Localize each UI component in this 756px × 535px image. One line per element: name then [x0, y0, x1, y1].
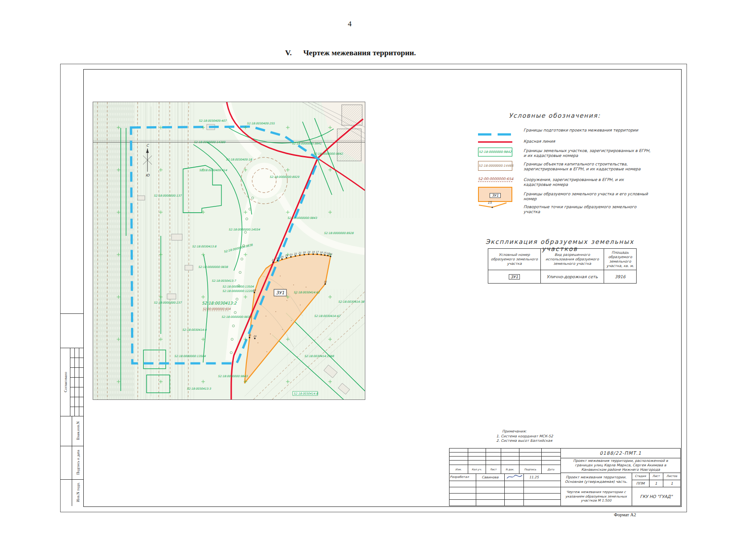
grid-line	[70, 377, 83, 378]
vertex-number: 18	[312, 251, 315, 253]
vertex-point	[286, 257, 287, 259]
notes-block: Примечания: 1. Система координат МСК-52 …	[496, 429, 594, 444]
header-conditional-number: Условный номер образуемого земельного уч…	[488, 249, 541, 270]
cadastral-label: 52:18:0030413:3	[187, 387, 211, 390]
cadastral-label: 52:18:0000000:9843	[287, 216, 317, 219]
grid-line	[476, 473, 476, 506]
stamp-sheets-value: 1	[663, 480, 681, 487]
zu1-sample: ЗУ1	[490, 193, 501, 198]
cadastral-label: 52:18:0000000:9839	[221, 315, 251, 318]
stamp-sheet-label: Лист	[649, 473, 663, 480]
legend-symbol-turning-points: 15	[478, 200, 512, 212]
stamp-developer-role: Разработал	[450, 473, 476, 481]
site-plan-map: С Ю 52:18:0030409:40752:18:0030409:25552…	[93, 102, 365, 400]
stamp-sheets-label: Листов	[663, 473, 681, 480]
vertex-number: 33	[329, 253, 332, 255]
grid-cross	[286, 126, 290, 129]
cadastral-label: 52:18:0030409:18	[226, 158, 252, 161]
vertex-number: 29	[253, 335, 257, 337]
legend-symbol-boundary	[478, 129, 512, 137]
cadastral-label: 52:18:0000000:9842	[313, 152, 343, 155]
grid-line	[449, 493, 560, 494]
vertex-number: 22	[294, 252, 297, 255]
cadastral-label: 52:18:0000000:9843	[218, 374, 248, 378]
survey-dot	[291, 320, 292, 321]
vertex-point	[254, 292, 255, 293]
texture-rail-strip2	[93, 102, 134, 399]
legend-symbol-structures: 52:00:0000000:654	[478, 177, 512, 182]
grid-line	[632, 473, 632, 506]
strip-label-podpis-data: Подпись и дата	[76, 450, 80, 474]
grid-cross	[286, 168, 290, 172]
survey-dot	[270, 333, 271, 334]
grid-cross	[244, 295, 247, 299]
survey-dot	[266, 351, 267, 352]
legend-symbol-capital-construction: 52:18:0000000:14466	[478, 161, 512, 171]
grid-line	[70, 407, 83, 407]
compass-south-label: Ю	[146, 173, 150, 177]
cadastral-label: 52:18:0000000:9838	[198, 265, 228, 268]
legend-label-redline: Красная линия	[523, 139, 653, 144]
vertex-point	[327, 255, 329, 256]
vertex-point	[321, 254, 322, 255]
strip-label-soglasovano: Согласовано	[63, 372, 68, 392]
stamp-col-data: Дата	[541, 465, 560, 473]
grid-line	[504, 473, 505, 506]
survey-dot	[257, 342, 258, 343]
cadastral-label: 52:18:0030414:4	[182, 328, 207, 331]
page-number: 4	[343, 20, 356, 29]
format-label: Формат А2	[614, 512, 636, 517]
stamp-sheet-value: 1	[649, 480, 663, 487]
grid-line	[70, 358, 83, 358]
stamp-col-list: Лист	[486, 465, 501, 473]
survey-dot	[275, 311, 276, 312]
stamp-date: 11.25	[524, 473, 544, 481]
vertex-number: 23	[290, 253, 293, 256]
grid-line	[60, 313, 83, 314]
survey-dot	[293, 284, 294, 285]
turning-point-number: 15	[487, 201, 492, 205]
signature	[506, 473, 523, 480]
grid-line	[560, 458, 681, 458]
cadastral-label: 52:18:0030413:8	[192, 245, 217, 248]
vertex-point	[317, 254, 318, 255]
cell-permitted-use: Улично-дорожная сеть	[541, 270, 604, 284]
vertex-number: 24	[285, 254, 288, 257]
grid-line	[449, 481, 560, 481]
cadastral-label: 52:18:0030414:38	[338, 300, 364, 303]
stamp-stage-label: Стадия	[632, 473, 649, 480]
vertex-point	[277, 260, 278, 261]
note-item: 1. Система координат МСК-52	[496, 434, 594, 439]
section-title-text: Чертеж межевания территории.	[303, 48, 416, 57]
legend-label-formed-parcel: Границы образуемого земельного участка и…	[523, 192, 653, 202]
survey-dot	[282, 329, 283, 330]
stamp-col-koluch: Кол.уч.	[468, 465, 486, 473]
grid-line	[60, 348, 83, 348]
cadastral-label: 52:18:0030414:42	[314, 314, 340, 317]
grid-line	[449, 456, 560, 457]
grid-cross	[201, 337, 205, 341]
legend-symbol-redline	[478, 140, 512, 143]
vertex-point	[290, 256, 292, 258]
cadastral-label: 52:18:0000000:8928	[324, 231, 354, 235]
vertex-number: 17	[316, 251, 319, 253]
notes-title: Примечания:	[496, 429, 594, 434]
stamp-developer-name: Савинова	[476, 473, 504, 481]
cadastral-label: 52:00:0000000:654	[203, 307, 231, 310]
legend-label-structures: Сооружения, зарегистрированные в ЕГРН, и…	[523, 177, 653, 187]
grid-line	[523, 473, 524, 506]
explication-table: Условный номер образуемого земельного уч…	[488, 248, 637, 284]
grid-line	[449, 487, 560, 487]
cadastral-label: 52:18:0000000:14554	[229, 228, 260, 231]
grid-line	[632, 480, 681, 480]
cell-area: 3916	[604, 270, 637, 284]
stamp-org: ГКУ НО "ГУАД"	[632, 487, 681, 506]
vertex-point	[299, 255, 301, 256]
vertex-number: 21	[298, 251, 301, 254]
cadastral-label: 52:18:0030409:414	[199, 169, 227, 172]
legend-title: Условные обозначения:	[501, 112, 608, 119]
grid-line	[560, 448, 561, 506]
vertex-point	[282, 259, 283, 260]
cadastral-label: 52:18:0000000:14389	[194, 140, 225, 144]
cadastral-label: 52:18:0030414:62	[294, 291, 320, 294]
